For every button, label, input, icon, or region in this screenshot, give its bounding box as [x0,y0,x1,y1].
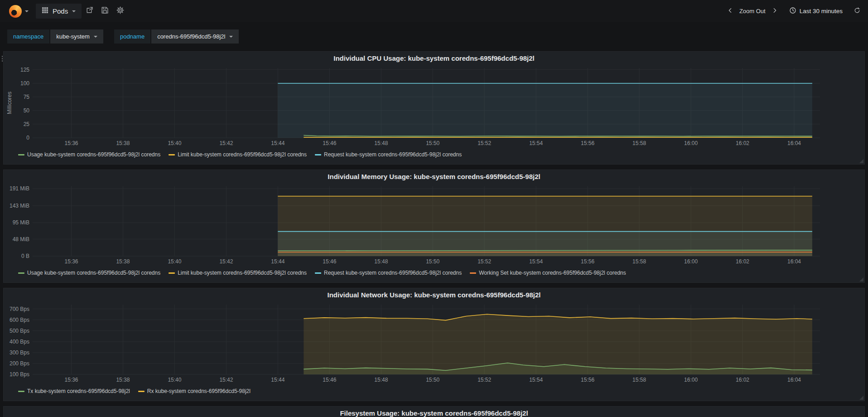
time-controls: Zoom Out Last 30 minutes [725,6,863,17]
chevron-down-icon [25,10,29,12]
svg-text:0: 0 [26,135,29,141]
refresh-button[interactable] [852,6,863,17]
time-range-picker[interactable]: Last 30 minutes [783,7,849,16]
share-button[interactable] [82,4,97,19]
svg-text:15:50: 15:50 [426,258,439,265]
panel-resize-handle[interactable] [859,159,863,163]
namespace-dropdown[interactable]: kube-system [50,29,103,44]
panel-title-cpu[interactable]: Individual CPU Usage: kube-system coredn… [4,52,864,65]
svg-text:15:54: 15:54 [529,140,543,146]
legend-item[interactable]: Usage kube-system coredns-695f96dcd5-98j… [18,151,160,158]
chart-svg[interactable]: 100 Bps200 Bps300 Bps400 Bps500 Bps600 B… [6,302,862,385]
svg-text:15:54: 15:54 [529,377,543,383]
svg-text:15:38: 15:38 [116,140,130,146]
svg-text:16:04: 16:04 [787,377,801,383]
svg-text:15:48: 15:48 [374,377,388,383]
memory-usage-chart[interactable]: 0 B48 MiB95 MiB143 MiB191 MiB15:3615:381… [6,184,862,267]
legend-series-color [18,154,24,155]
svg-text:600 Bps: 600 Bps [10,317,29,323]
save-button[interactable] [97,4,112,19]
legend-item[interactable]: Rx kube-system coredns-695f96dcd5-98j2l [138,388,251,394]
time-forward-button[interactable] [769,6,780,17]
svg-text:100: 100 [20,80,29,87]
grafana-logo-icon [9,5,22,18]
svg-text:16:04: 16:04 [787,140,801,146]
legend-item[interactable]: Working Set kube-system coredns-695f96dc… [470,270,626,276]
svg-text:143 MiB: 143 MiB [10,203,29,209]
svg-text:15:48: 15:48 [374,258,388,265]
gear-icon [116,6,124,16]
time-back-button[interactable] [725,6,736,17]
svg-text:500 Bps: 500 Bps [10,328,29,334]
row-drag-handle[interactable] [1,55,3,63]
settings-button[interactable] [112,4,128,19]
dashboard-title: Pods [53,7,68,15]
svg-text:48 MiB: 48 MiB [13,236,29,242]
svg-text:125: 125 [20,67,29,73]
svg-text:15:40: 15:40 [168,377,181,383]
svg-text:50: 50 [24,107,30,114]
top-navbar: Pods Zoom Out [0,0,868,22]
svg-text:15:38: 15:38 [116,377,130,383]
network-usage-legend: Tx kube-system coredns-695f96dcd5-98j2lR… [4,385,864,394]
svg-text:15:36: 15:36 [64,258,78,265]
save-icon [101,6,109,16]
legend-item[interactable]: Tx kube-system coredns-695f96dcd5-98j2l [18,388,130,394]
svg-text:Millicores: Millicores [6,92,13,114]
svg-text:15:38: 15:38 [116,258,130,265]
legend-item[interactable]: Usage kube-system coredns-695f96dcd5-98j… [18,270,160,276]
legend-series-color [169,154,175,155]
template-variables-row: namespace kube-system podname coredns-69… [0,22,868,51]
panel-resize-handle[interactable] [859,277,863,281]
grafana-menu-button[interactable] [5,5,32,18]
variable-namespace: namespace kube-system [7,29,103,44]
legend-item[interactable]: Request kube-system coredns-695f96dcd5-9… [315,270,462,276]
svg-text:15:36: 15:36 [64,140,78,146]
svg-text:15:46: 15:46 [323,140,336,146]
legend-series-color [315,272,321,274]
share-icon [86,6,93,16]
time-range-label: Last 30 minutes [800,8,843,15]
dashboard-picker[interactable]: Pods [36,4,82,19]
svg-text:15:40: 15:40 [168,140,181,146]
svg-text:16:04: 16:04 [787,258,801,265]
legend-item[interactable]: Request kube-system coredns-695f96dcd5-9… [315,151,462,158]
svg-text:16:00: 16:00 [684,140,698,146]
dashboard-body: Individual CPU Usage: kube-system coredn… [0,51,868,417]
variable-podname: podname coredns-695f96dcd5-98j2l [114,29,239,44]
refresh-icon [854,7,860,15]
chart-svg[interactable]: 0 B48 MiB95 MiB143 MiB191 MiB15:3615:381… [6,184,862,267]
panel-cpu-usage: Individual CPU Usage: kube-system coredn… [3,51,865,165]
svg-text:15:58: 15:58 [632,258,646,265]
svg-text:15:42: 15:42 [219,258,233,265]
svg-text:15:42: 15:42 [219,377,233,383]
podname-dropdown[interactable]: coredns-695f96dcd5-98j2l [151,29,239,44]
network-usage-chart[interactable]: 100 Bps200 Bps300 Bps400 Bps500 Bps600 B… [6,302,862,385]
chevron-down-icon [72,10,76,12]
cpu-usage-chart[interactable]: 025507510012515:3615:3815:4015:4215:4415… [6,65,862,149]
panel-title-network[interactable]: Individual Network Usage: kube-system co… [4,288,864,302]
svg-text:15:54: 15:54 [529,258,543,265]
panel-resize-handle[interactable] [859,396,863,400]
legend-series-color [18,391,24,392]
svg-text:15:44: 15:44 [271,140,285,146]
panel-title-memory[interactable]: Individual Memory Usage: kube-system cor… [4,170,864,184]
svg-text:15:58: 15:58 [632,377,646,383]
panel-filesystem-usage: Filesystem Usage: kube-system coredns-69… [3,406,865,417]
panel-title-filesystem[interactable]: Filesystem Usage: kube-system coredns-69… [4,407,864,417]
chart-svg[interactable]: 025507510012515:3615:3815:4015:4215:4415… [6,65,862,149]
svg-text:300 Bps: 300 Bps [10,349,29,356]
clock-icon [789,7,796,16]
legend-series-color [315,154,321,155]
memory-usage-legend: Usage kube-system coredns-695f96dcd5-98j… [4,267,864,276]
svg-text:15:42: 15:42 [219,140,233,146]
zoom-out-button[interactable]: Zoom Out [738,8,767,15]
legend-item[interactable]: Limit kube-system coredns-695f96dcd5-98j… [169,151,307,158]
svg-text:15:52: 15:52 [477,140,491,146]
svg-text:700 Bps: 700 Bps [10,306,29,312]
svg-text:15:46: 15:46 [323,377,336,383]
legend-series-color [169,272,175,274]
svg-text:15:52: 15:52 [477,258,491,265]
svg-text:400 Bps: 400 Bps [10,339,29,345]
legend-item[interactable]: Limit kube-system coredns-695f96dcd5-98j… [169,270,307,276]
